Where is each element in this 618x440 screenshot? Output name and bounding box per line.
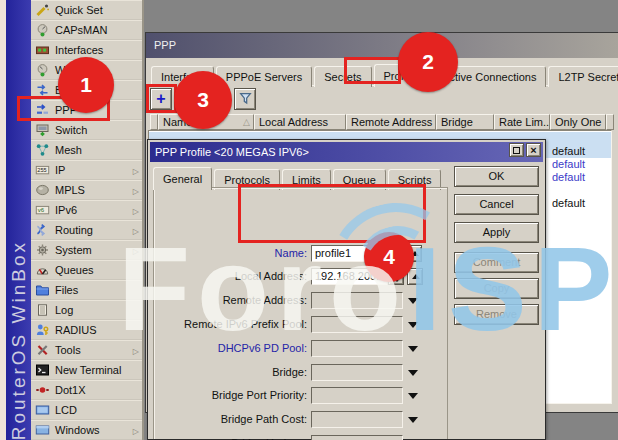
sidebar-item-label: Quick Set [50, 4, 103, 16]
up-arrow-button[interactable] [407, 268, 423, 285]
field-input[interactable]: profile1 [311, 245, 403, 262]
field-input[interactable] [311, 364, 403, 381]
sidebar-item-switch[interactable]: Switch [31, 120, 142, 140]
sidebar-item-radius[interactable]: RADIUS [31, 320, 142, 340]
interfaces-icon [35, 43, 50, 57]
column-header-only-one[interactable]: Only One [550, 114, 606, 130]
svg-text:255: 255 [37, 167, 46, 173]
sidebar-item-label: System [50, 244, 92, 256]
dialog-titlebar[interactable]: PPP Profile <20 MEGAS IPV6> [150, 142, 543, 162]
sidebar-item-quick-set[interactable]: Quick Set [31, 0, 142, 20]
field-row-remote-address: Remote Address: [154, 292, 447, 309]
comment-button[interactable]: Comment [454, 252, 539, 273]
field-input[interactable] [311, 292, 403, 309]
cancel-button[interactable]: Cancel [454, 194, 539, 215]
sidebar-item-ipv6[interactable]: v6IPv6▷ [31, 200, 142, 220]
sidebar-item-windows[interactable]: Windows▷ [31, 420, 142, 440]
bridge-icon [35, 83, 50, 97]
dropdown-arrow-icon[interactable] [408, 346, 418, 352]
sidebar-item-label: Dot1X [50, 384, 86, 396]
close-icon: × [530, 144, 536, 156]
sidebar-item-bridge[interactable]: Bridge [31, 80, 142, 100]
field-input[interactable]: 192.168.200.1 [311, 268, 387, 285]
sidebar-item-routing[interactable]: Routing▷ [31, 220, 142, 240]
sidebar-item-label: IP [50, 164, 65, 176]
ok-button[interactable]: OK [454, 166, 539, 187]
sidebar-item-queues[interactable]: Queues [31, 260, 142, 280]
queues-icon [35, 263, 50, 277]
sidebar-item-ip[interactable]: 255IP▷ [31, 160, 142, 180]
remove-profile-button[interactable]: − [178, 88, 200, 110]
sidebar-item-mpls[interactable]: MPLS▷ [31, 180, 142, 200]
sidebar-item-files[interactable]: Files [31, 280, 142, 300]
filter-icon [238, 91, 253, 106]
sidebar-item-ppp[interactable]: PPP [31, 100, 142, 120]
remove-button[interactable]: Remove [454, 304, 539, 325]
wand-icon [35, 3, 50, 17]
sidebar-item-label: Log [50, 304, 73, 316]
dropdown-arrow-icon[interactable] [408, 298, 418, 304]
sidebar-item-label: Routing [50, 224, 93, 236]
dropdown-arrow-icon[interactable] [408, 417, 418, 423]
dropdown-arrow-icon [393, 277, 401, 282]
field-input[interactable] [311, 316, 403, 333]
apply-button[interactable]: Apply [454, 222, 539, 243]
tools-icon [35, 343, 50, 357]
column-header-rate-lim-[interactable]: Rate Lim... [494, 114, 550, 130]
up-arrow-icon [412, 274, 420, 279]
sidebar-item-mesh[interactable]: Mesh [31, 140, 142, 160]
column-header-local-address[interactable]: Local Address [254, 114, 346, 130]
radius-icon [35, 323, 50, 337]
tab-pppoe-servers[interactable]: PPPoE Servers [216, 66, 312, 87]
sidebar-item-interfaces[interactable]: Interfaces [31, 40, 142, 60]
field-row-local-address: Local Address:192.168.200.1 [154, 268, 447, 285]
dropdown-list-button[interactable] [388, 268, 404, 285]
column-header-blank[interactable] [606, 114, 614, 130]
terminal-icon [35, 363, 50, 377]
sidebar-item-wireless[interactable]: Wireless [31, 60, 142, 80]
ppp-profile-dialog: PPP Profile <20 MEGAS IPV6> × GeneralPro… [147, 139, 546, 440]
field-input[interactable] [311, 387, 403, 404]
sidebar-item-capsman[interactable]: CAPsMAN [31, 20, 142, 40]
column-header-name[interactable]: Name△ [158, 114, 254, 130]
sidebar-item-lcd[interactable]: LCD [31, 400, 142, 420]
column-header-blank[interactable] [150, 114, 158, 130]
up-arrow-button[interactable] [406, 245, 422, 262]
sidebar-item-label: Queues [50, 264, 94, 276]
field-input[interactable] [311, 411, 403, 428]
sidebar-item-log[interactable]: Log [31, 300, 142, 320]
ppp-window-titlebar[interactable]: PPP [146, 33, 618, 58]
sidebar-item-label: Bridge [50, 84, 87, 96]
ppp-window-tabs: InterfacePPPoE ServersSecretsProfilesAct… [146, 58, 618, 86]
sidebar-item-label: IPv6 [50, 204, 77, 216]
maximize-button[interactable] [509, 143, 524, 157]
dropdown-arrow-icon[interactable] [408, 393, 418, 399]
dialog-tab-general[interactable]: General [153, 167, 212, 190]
maximize-icon [513, 147, 520, 154]
column-header-remote-address[interactable]: Remote Address [346, 114, 436, 130]
tab-profiles[interactable]: Profiles [374, 64, 431, 87]
filter-button[interactable] [234, 88, 256, 110]
dropdown-arrow-icon[interactable] [408, 370, 418, 376]
sidebar-item-new-terminal[interactable]: New Terminal [31, 360, 142, 380]
dropdown-arrow-icon[interactable] [408, 322, 418, 328]
copy-button[interactable]: Copy [454, 278, 539, 299]
column-header-bridge[interactable]: Bridge [436, 114, 494, 130]
close-button[interactable]: × [526, 143, 541, 157]
comment-tool-button[interactable] [206, 88, 228, 110]
tab-interface[interactable]: Interface [151, 66, 214, 87]
field-input[interactable] [311, 435, 403, 440]
banner-text: RouterOS WinBox [8, 236, 30, 440]
tab-active-connections[interactable]: Active Connections [432, 66, 546, 87]
sidebar-item-dot1x[interactable]: Dot1X [31, 380, 142, 400]
tab-secrets[interactable]: Secrets [314, 66, 371, 87]
sidebar-item-system[interactable]: System▷ [31, 240, 142, 260]
sidebar-item-tools[interactable]: Tools▷ [31, 340, 142, 360]
field-label: Local Address: [160, 268, 307, 285]
add-profile-button[interactable]: + [150, 88, 172, 110]
sidebar-item-label: Files [50, 284, 78, 296]
tab-l2tp-secrets[interactable]: L2TP Secrets [548, 66, 618, 87]
dialog-title: PPP Profile <20 MEGAS IPV6> [155, 146, 309, 158]
routeros-winbox-banner: RouterOS WinBox [6, 0, 31, 440]
field-input[interactable] [311, 340, 403, 357]
